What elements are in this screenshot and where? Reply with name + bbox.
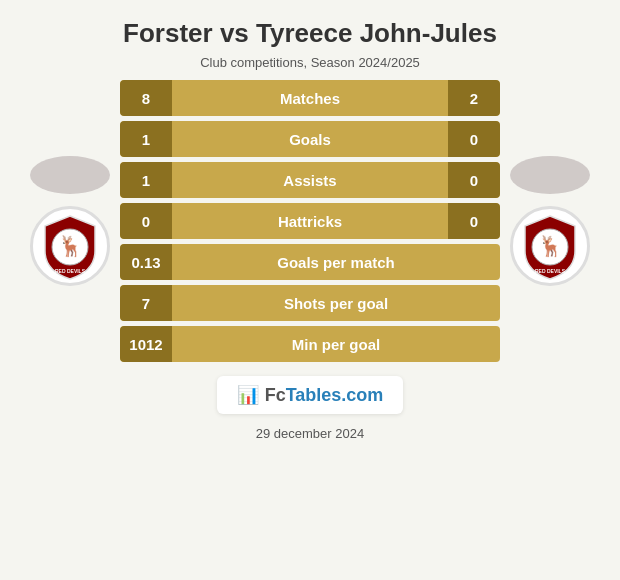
- stat-label: Goals: [172, 131, 448, 148]
- stat-row: 0Hattricks0: [120, 203, 500, 239]
- left-oval: [30, 156, 110, 194]
- left-team-crest: 🦌 RED DEVILS: [30, 206, 110, 286]
- stat-left-value: 0.13: [120, 244, 172, 280]
- stat-left-value: 7: [120, 285, 172, 321]
- stat-row: 0.13Goals per match: [120, 244, 500, 280]
- stat-right-value: 0: [448, 121, 500, 157]
- subtitle: Club competitions, Season 2024/2025: [200, 55, 420, 70]
- svg-text:🦌: 🦌: [58, 234, 83, 258]
- stat-left-value: 0: [120, 203, 172, 239]
- right-oval: [510, 156, 590, 194]
- stat-label: Assists: [172, 172, 448, 189]
- stat-left-value: 8: [120, 80, 172, 116]
- stat-label: Goals per match: [172, 254, 500, 271]
- stat-row: 1Assists0: [120, 162, 500, 198]
- stat-right-value: 0: [448, 203, 500, 239]
- watermark-text: FcTables.com: [265, 385, 384, 406]
- watermark-icon: 📊: [237, 384, 259, 406]
- page-title: Forster vs Tyreece John-Jules: [123, 18, 497, 49]
- right-team-crest: 🦌 RED DEVILS: [510, 206, 590, 286]
- svg-text:RED DEVILS: RED DEVILS: [55, 268, 86, 274]
- stat-label: Matches: [172, 90, 448, 107]
- stat-row: 1012Min per goal: [120, 326, 500, 362]
- stat-right-value: 2: [448, 80, 500, 116]
- stat-left-value: 1: [120, 121, 172, 157]
- stat-row: 1Goals0: [120, 121, 500, 157]
- stat-label: Shots per goal: [172, 295, 500, 312]
- stats-table: 8Matches21Goals01Assists00Hattricks00.13…: [120, 80, 500, 362]
- stat-label: Min per goal: [172, 336, 500, 353]
- stat-left-value: 1012: [120, 326, 172, 362]
- stat-right-value: 0: [448, 162, 500, 198]
- svg-text:🦌: 🦌: [538, 234, 563, 258]
- stat-row: 7Shots per goal: [120, 285, 500, 321]
- stat-row: 8Matches2: [120, 80, 500, 116]
- footer-date: 29 december 2024: [256, 426, 364, 441]
- stat-left-value: 1: [120, 162, 172, 198]
- watermark: 📊 FcTables.com: [217, 376, 404, 414]
- left-team-area: 🦌 RED DEVILS: [20, 156, 120, 286]
- right-team-area: 🦌 RED DEVILS: [500, 156, 600, 286]
- svg-text:RED DEVILS: RED DEVILS: [535, 268, 566, 274]
- stat-label: Hattricks: [172, 213, 448, 230]
